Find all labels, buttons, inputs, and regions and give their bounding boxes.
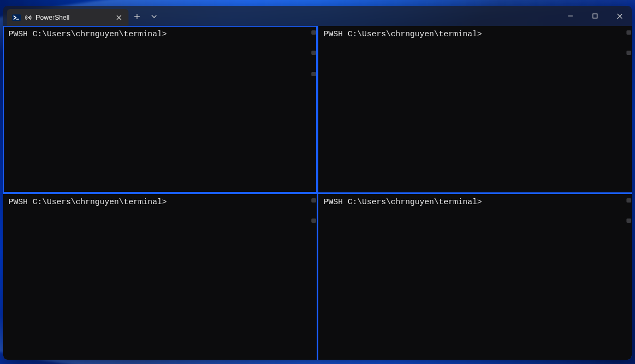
tab-powershell[interactable]: PowerShell xyxy=(7,9,128,26)
prompt-text: PWSH C:\Users\chrnguyen\terminal> xyxy=(9,198,167,207)
close-icon xyxy=(617,13,623,19)
minimize-icon xyxy=(568,13,573,19)
tab-close-button[interactable] xyxy=(114,12,124,23)
titlebar-drag-region[interactable] xyxy=(163,6,558,26)
new-tab-button[interactable] xyxy=(128,8,146,25)
chevron-down-icon xyxy=(151,15,157,18)
title-bar: PowerShell xyxy=(3,6,632,26)
window-controls xyxy=(558,6,632,26)
svg-rect-8 xyxy=(593,14,597,18)
scrollbar-thumb[interactable] xyxy=(311,72,316,76)
prompt-text: PWSH C:\Users\chrnguyen\terminal> xyxy=(9,30,167,39)
powershell-icon xyxy=(12,13,21,22)
scrollbar-thumb[interactable] xyxy=(626,51,631,55)
scrollbar[interactable] xyxy=(625,26,632,192)
terminal-pane-3[interactable]: PWSH C:\Users\chrnguyen\terminal> xyxy=(3,194,317,360)
scrollbar-thumb[interactable] xyxy=(311,219,316,223)
scrollbar[interactable] xyxy=(310,26,317,192)
scrollbar-thumb[interactable] xyxy=(311,30,316,35)
terminal-pane-4[interactable]: PWSH C:\Users\chrnguyen\terminal> xyxy=(318,194,632,360)
terminal-pane-1[interactable]: PWSH C:\Users\chrnguyen\terminal> xyxy=(3,26,317,192)
scrollbar-thumb[interactable] xyxy=(626,30,631,35)
new-tab-dropdown-button[interactable] xyxy=(146,8,163,25)
scrollbar[interactable] xyxy=(625,194,632,360)
broadcast-icon xyxy=(25,14,32,21)
pane-grid: PWSH C:\Users\chrnguyen\terminal> PWSH C… xyxy=(3,26,632,360)
scrollbar-thumb[interactable] xyxy=(626,219,631,223)
scrollbar[interactable] xyxy=(310,194,317,360)
scrollbar-thumb[interactable] xyxy=(626,198,631,203)
svg-rect-0 xyxy=(12,14,21,21)
scrollbar-thumb[interactable] xyxy=(311,51,316,55)
maximize-icon xyxy=(592,13,598,19)
terminal-pane-2[interactable]: PWSH C:\Users\chrnguyen\terminal> xyxy=(318,26,632,192)
plus-icon xyxy=(134,13,140,20)
prompt-text: PWSH C:\Users\chrnguyen\terminal> xyxy=(324,30,482,39)
window-close-button[interactable] xyxy=(607,6,632,26)
prompt-text: PWSH C:\Users\chrnguyen\terminal> xyxy=(324,198,482,207)
terminal-window: PowerShell xyxy=(3,6,632,360)
minimize-button[interactable] xyxy=(558,6,583,26)
scrollbar-thumb[interactable] xyxy=(311,198,316,203)
close-icon xyxy=(116,15,122,20)
svg-point-2 xyxy=(28,17,29,18)
tab-title: PowerShell xyxy=(36,14,110,21)
maximize-button[interactable] xyxy=(583,6,607,26)
